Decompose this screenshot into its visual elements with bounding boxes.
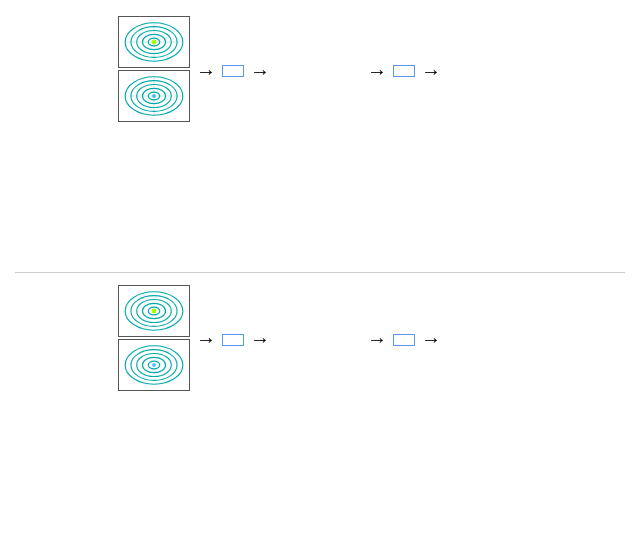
row-b: → → → →: [15, 279, 625, 535]
arrow-4b: →: [421, 328, 441, 351]
arrow-4a: →: [421, 60, 441, 83]
imag-spiral-b: [119, 340, 189, 390]
inpainting-stack: [276, 286, 361, 390]
main-container: → → → →: [0, 0, 640, 544]
arrow-2a: →: [250, 60, 270, 83]
arrow-3a: →: [367, 60, 387, 83]
reconstruction-box-a: [393, 65, 415, 77]
imag-spiral-a: [119, 71, 189, 121]
imag-part-box-a: [118, 70, 190, 122]
svg-point-27: [152, 363, 156, 367]
arrow-2b: →: [250, 328, 270, 351]
imaging-box-a: [222, 65, 244, 77]
dirty-image-wrap-a: [276, 27, 361, 115]
clean-image-a: [447, 32, 522, 107]
real-spiral-a: [119, 17, 189, 67]
dirty-image: [276, 27, 361, 112]
inpaint-top: [276, 286, 361, 338]
real-part-box-b: [118, 285, 190, 337]
row-a-content: → → → →: [15, 16, 625, 126]
imag-part-box-b: [118, 339, 190, 391]
clean-image-b: [447, 301, 522, 376]
visibility-panel-a: [118, 16, 190, 126]
inpaint-bottom: [276, 338, 361, 390]
inpainting-wrap: [276, 286, 361, 393]
real-part-box-a: [118, 16, 190, 68]
arrow-3b: →: [367, 328, 387, 351]
reconstruction-box-b: [222, 334, 244, 346]
visibility-panel-b: [118, 285, 190, 395]
svg-point-7: [152, 40, 157, 45]
arrow-1a: →: [196, 60, 216, 83]
imaging-box-b: [393, 334, 415, 346]
row-b-content: → → → →: [15, 285, 625, 395]
arrow-1b: →: [196, 328, 216, 351]
clean-image-wrap-b: [447, 301, 522, 379]
svg-point-15: [152, 94, 156, 98]
divider: [15, 272, 625, 273]
row-a: → → → →: [15, 10, 625, 266]
clean-image-wrap-a: [447, 32, 522, 110]
real-spiral-b: [119, 286, 189, 336]
svg-point-21: [152, 308, 157, 313]
